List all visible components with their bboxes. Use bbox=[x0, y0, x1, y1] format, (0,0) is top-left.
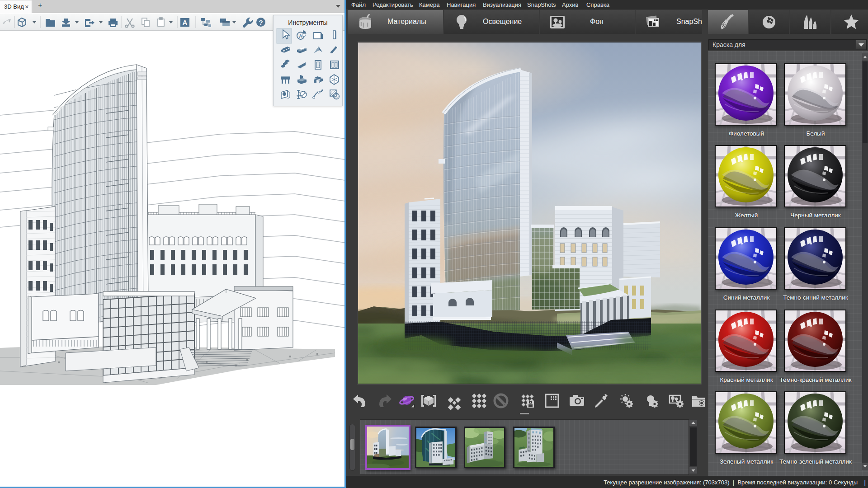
svg-text:?: ? bbox=[259, 19, 263, 26]
svg-text:A: A bbox=[299, 33, 302, 39]
svg-text:A: A bbox=[183, 19, 188, 26]
